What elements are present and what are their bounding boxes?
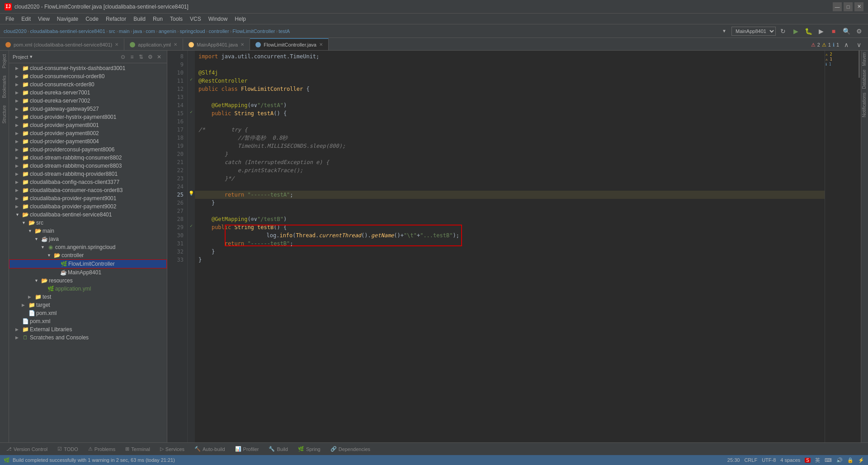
tree-item-nacos83[interactable]: ▶📁cloudalibaba-consumer-nacos-order83 xyxy=(9,186,167,194)
tree-item-scratches[interactable]: ▶🗒Scratches and Consoles xyxy=(9,333,167,342)
tree-item-payment8001[interactable]: ▶📁cloud-provider-payment8001 xyxy=(9,121,167,129)
tree-item-controller[interactable]: ▼📂controller xyxy=(9,251,167,259)
tree-item-resources[interactable]: ▼📂resources xyxy=(9,277,167,285)
tree-item-payment9002[interactable]: ▶📁cloudalibaba-provider-payment9002 xyxy=(9,202,167,211)
scrollbar-minimap[interactable]: ⚠ 2 ⚠ 1 ℹ 1 xyxy=(825,51,861,442)
database-panel-tab[interactable]: Database xyxy=(861,68,868,91)
tree-item-hystrix[interactable]: ▶📁cloud-consumer-hystrix-dashboard3001 xyxy=(9,64,167,72)
tree-item-consul80[interactable]: ▶📁cloud-consumerconsul-order80 xyxy=(9,72,167,80)
tab-mainapp-close[interactable]: ✕ xyxy=(241,42,244,47)
locate-file-button[interactable]: ⊙ xyxy=(119,53,127,61)
collapse-all-button[interactable]: ≡ xyxy=(128,53,136,61)
breadcrumb-class[interactable]: FlowLimitController xyxy=(232,28,275,34)
line-separator[interactable]: CRLF xyxy=(744,457,757,463)
tree-item-zk80[interactable]: ▶📁cloud-consumerzk-order80 xyxy=(9,80,167,89)
window-controls[interactable]: — □ ✕ xyxy=(833,2,863,11)
tree-item-flowlimit-controller[interactable]: 🌿FlowLimitController xyxy=(9,259,167,268)
tree-item-mainapp8401[interactable]: ☕MainApp8401 xyxy=(9,268,167,277)
notifications-panel-tab[interactable]: Notifications xyxy=(861,91,868,119)
bottom-tab-auto-build[interactable]: 🔨 Auto-build xyxy=(190,445,230,453)
tree-item-java[interactable]: ▼☕java xyxy=(9,235,167,243)
scroll-thumb[interactable] xyxy=(859,51,860,78)
tab-flowlimit-close[interactable]: ✕ xyxy=(319,42,323,47)
bottom-tab-spring[interactable]: 🌿 Spring xyxy=(293,445,325,453)
indent[interactable]: 4 spaces xyxy=(780,457,800,463)
breadcrumb-com[interactable]: com xyxy=(146,28,155,34)
menu-code[interactable]: Code xyxy=(82,15,102,23)
tab-pom-close[interactable]: ✕ xyxy=(115,42,118,47)
tab-flowlimit[interactable]: FlowLimitController.java ✕ xyxy=(250,38,329,50)
structure-tab[interactable]: Structure xyxy=(1,102,8,127)
run-button[interactable]: ▶ xyxy=(790,26,801,37)
tree-item-payment8004[interactable]: ▶📁cloud-provider-payment8004 xyxy=(9,137,167,146)
tree-item-payment8002[interactable]: ▶📁cloud-provider-payment8002 xyxy=(9,129,167,137)
search-everywhere-button[interactable]: 🔍 xyxy=(841,26,852,37)
bookmarks-tab[interactable]: Bookmarks xyxy=(1,72,8,102)
tree-item-hystrix-payment8001[interactable]: ▶📁cloud-provider-hystrix-payment8001 xyxy=(9,113,167,121)
breadcrumb-project[interactable]: cloud2020 xyxy=(4,28,27,34)
sidebar-dropdown-icon[interactable]: ▾ xyxy=(30,54,33,60)
tab-yml-close[interactable]: ✕ xyxy=(174,42,177,47)
tree-item-src[interactable]: ▼📂src xyxy=(9,219,167,227)
tree-item-gateway9527[interactable]: ▶📁cloud-gateway-gateway9527 xyxy=(9,105,167,113)
menu-run[interactable]: Run xyxy=(149,15,166,23)
sort-button[interactable]: ⇅ xyxy=(137,53,145,61)
stop-button[interactable]: ■ xyxy=(828,26,839,37)
menu-vcs[interactable]: VCS xyxy=(186,15,205,23)
bottom-tab-terminal[interactable]: ⊞ Terminal xyxy=(121,445,155,453)
menu-navigate[interactable]: Navigate xyxy=(53,15,82,23)
bottom-tab-dependencies[interactable]: 🔗 Dependencies xyxy=(326,445,375,453)
menu-edit[interactable]: Edit xyxy=(18,15,34,23)
debug-button[interactable]: 🐛 xyxy=(803,26,814,37)
tree-item-application-yml[interactable]: 🌿application.yml xyxy=(9,285,167,293)
maven-panel-tab[interactable]: Maven xyxy=(861,51,868,68)
charset[interactable]: UTF-8 xyxy=(762,457,776,463)
tree-item-external-libs[interactable]: ▶📁External Libraries xyxy=(9,325,167,333)
tab-application-yml[interactable]: application.yml ✕ xyxy=(124,38,183,50)
tree-item-rabbitmq8803[interactable]: ▶📁cloud-stream-rabbitmq-consumer8803 xyxy=(9,162,167,170)
tab-mainapp[interactable]: MainApp8401.java ✕ xyxy=(183,38,250,50)
tab-pom-xml[interactable]: pom.xml (cloudalibaba-sentinel-service84… xyxy=(0,38,124,50)
bottom-tab-build[interactable]: 🔧 Build xyxy=(264,445,292,453)
collapse-button[interactable]: ∧ xyxy=(841,39,852,50)
breadcrumb-main[interactable]: main xyxy=(119,28,130,34)
expand-button[interactable]: ∨ xyxy=(854,39,864,50)
run-config-dropdown[interactable]: MainApp8401 xyxy=(731,27,776,36)
breadcrumb-java[interactable]: java xyxy=(133,28,142,34)
tree-item-eureka7001[interactable]: ▶📁cloud-eureka-server7001 xyxy=(9,89,167,97)
close-button[interactable]: ✕ xyxy=(854,2,863,11)
bottom-tab-version-control[interactable]: ⎇ Version Control xyxy=(2,446,52,453)
breadcrumb-angenin[interactable]: angenin xyxy=(159,28,176,34)
project-tab[interactable]: Project xyxy=(1,51,8,72)
tree-item-rabbitmq8802[interactable]: ▶📁cloud-stream-rabbitmq-consumer8802 xyxy=(9,154,167,162)
tree-item-eureka7002[interactable]: ▶📁cloud-eureka-server7002 xyxy=(9,97,167,105)
bottom-tab-problems[interactable]: ⚠ Problems xyxy=(84,445,120,453)
bottom-tab-services[interactable]: ▷ Services xyxy=(156,445,189,453)
bottom-tab-todo[interactable]: ☑ TODO xyxy=(53,445,83,453)
tree-item-payment9001[interactable]: ▶📁cloudalibaba-provider-payment9001 xyxy=(9,194,167,202)
menu-build[interactable]: Build xyxy=(130,15,149,23)
tree-item-target[interactable]: ▶📁target xyxy=(9,301,167,309)
settings-button[interactable]: ⚙ xyxy=(854,26,864,37)
sidebar-close-button[interactable]: ✕ xyxy=(155,53,163,61)
maximize-button[interactable]: □ xyxy=(844,2,853,11)
breadcrumb-method[interactable]: testA xyxy=(278,28,290,34)
menu-file[interactable]: File xyxy=(2,15,18,23)
tree-item-nacos3377[interactable]: ▶📁cloudalibaba-config-nacos-client3377 xyxy=(9,178,167,186)
breadcrumb-module[interactable]: cloudalibaba-sentinel-service8401 xyxy=(30,28,105,34)
menu-help[interactable]: Help xyxy=(231,15,250,23)
run-config-button[interactable]: ▼ xyxy=(719,26,730,37)
refresh-button[interactable]: ↻ xyxy=(778,26,788,37)
menu-view[interactable]: View xyxy=(34,15,53,23)
menu-window[interactable]: Window xyxy=(205,15,231,23)
tree-item-test[interactable]: ▶📁test xyxy=(9,293,167,301)
tree-item-payment8006[interactable]: ▶📁cloud-providerconsul-payment8006 xyxy=(9,146,167,154)
tree-item-main[interactable]: ▼📂main xyxy=(9,227,167,235)
cursor-position[interactable]: 25:30 xyxy=(727,457,740,463)
sidebar-settings-button[interactable]: ⚙ xyxy=(146,53,154,61)
bottom-tab-profiler[interactable]: 📊 Profiler xyxy=(231,445,264,453)
breadcrumb-src[interactable]: src xyxy=(108,28,115,34)
coverage-button[interactable]: ▶ xyxy=(816,26,826,37)
tree-item-pom-module[interactable]: 📄pom.xml xyxy=(9,309,167,317)
tree-item-sentinel8401[interactable]: ▼📂cloudalibaba-sentinel-service8401 xyxy=(9,211,167,219)
